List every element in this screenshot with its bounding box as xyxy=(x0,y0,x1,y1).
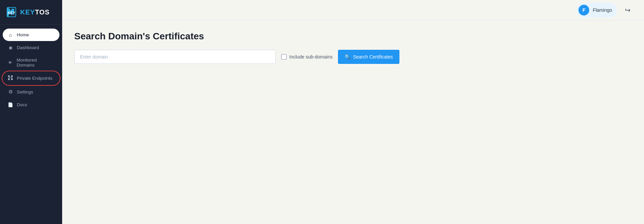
include-subdomains-label[interactable]: Include sub-domains xyxy=(281,54,333,60)
logo: KEY KEYTOS xyxy=(0,0,62,25)
sidebar-item-home[interactable]: ⌂ Home xyxy=(3,29,59,41)
sidebar-item-settings[interactable]: ⚙ Settings xyxy=(3,85,59,98)
settings-icon: ⚙ xyxy=(7,89,13,95)
include-subdomains-text: Include sub-domains xyxy=(289,54,333,60)
eye-icon: 👁 xyxy=(7,60,13,65)
endpoints-icon xyxy=(7,75,13,81)
user-badge[interactable]: F Flamingo xyxy=(576,3,617,17)
include-subdomains-checkbox[interactable] xyxy=(281,54,287,60)
topbar-right: F Flamingo ↪ xyxy=(576,3,633,17)
logo-text: KEYTOS xyxy=(20,8,50,16)
sidebar-item-docs[interactable]: 📄 Docs xyxy=(3,99,59,111)
user-avatar: F xyxy=(578,5,589,15)
svg-rect-6 xyxy=(11,78,13,80)
logout-icon: ↪ xyxy=(625,6,631,14)
main-content: F Flamingo ↪ Search Domain's Certificate… xyxy=(62,0,644,224)
sidebar-item-settings-label: Settings xyxy=(17,89,33,95)
dashboard-icon: ◉ xyxy=(7,45,13,50)
sidebar: KEY KEYTOS ⌂ Home ◉ Dashboard 👁 Monitore… xyxy=(0,0,62,224)
sidebar-item-home-label: Home xyxy=(17,32,29,37)
svg-rect-3 xyxy=(8,75,10,77)
docs-icon: 📄 xyxy=(7,102,13,107)
svg-rect-5 xyxy=(8,78,10,80)
sidebar-item-dashboard[interactable]: ◉ Dashboard xyxy=(3,42,59,53)
page-content: Search Domain's Certificates Include sub… xyxy=(62,20,644,224)
domain-input[interactable] xyxy=(74,50,276,64)
svg-text:KEY: KEY xyxy=(8,11,15,15)
search-icon: 🔍 xyxy=(345,54,350,60)
home-icon: ⌂ xyxy=(7,32,13,38)
sidebar-item-dashboard-label: Dashboard xyxy=(17,45,39,50)
sidebar-item-monitored-domains-label: Monitored Domains xyxy=(16,58,55,68)
search-row: Include sub-domains 🔍 Search Certificate… xyxy=(74,50,632,64)
keytos-logo-icon: KEY xyxy=(5,6,17,18)
sidebar-nav: ⌂ Home ◉ Dashboard 👁 Monitored Domains xyxy=(0,27,62,112)
user-name: Flamingo xyxy=(593,7,612,13)
sidebar-item-docs-label: Docs xyxy=(17,102,27,107)
sidebar-item-private-endpoints[interactable]: Private Endpoints xyxy=(3,72,59,85)
search-certificates-button[interactable]: 🔍 Search Certificates xyxy=(338,50,399,64)
page-title: Search Domain's Certificates xyxy=(74,31,632,42)
sidebar-item-private-endpoints-label: Private Endpoints xyxy=(17,76,52,81)
sidebar-item-monitored-domains[interactable]: 👁 Monitored Domains xyxy=(3,54,59,71)
logout-button[interactable]: ↪ xyxy=(622,5,633,15)
search-certificates-label: Search Certificates xyxy=(353,54,393,60)
topbar: F Flamingo ↪ xyxy=(62,0,644,20)
svg-rect-4 xyxy=(11,75,13,77)
